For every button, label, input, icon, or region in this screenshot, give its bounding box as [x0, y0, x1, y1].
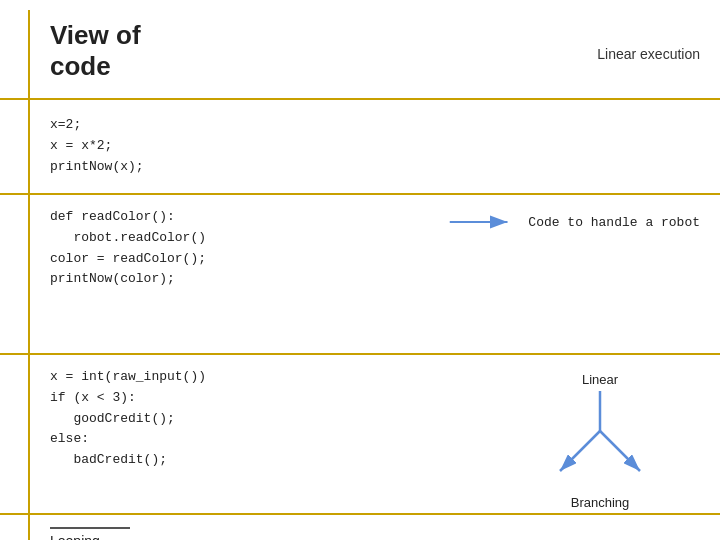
row3-code: x = int(raw_input()) if (x < 3): goodCre… — [50, 367, 206, 471]
row1-section: x=2; x = x*2; printNow(x); — [0, 100, 720, 195]
linear-diagram-label: Linear — [582, 372, 618, 387]
arrow-right-icon — [448, 207, 518, 237]
header-content: View of code Linear execution — [30, 10, 720, 98]
row2-arrow-label: Code to handle a robot — [528, 215, 700, 230]
row4-left-bar — [0, 515, 30, 540]
linear-execution-label: Linear execution — [597, 46, 700, 62]
header-section: View of code Linear execution — [0, 0, 720, 100]
row2-content: def readColor(): robot.readColor() color… — [30, 195, 720, 353]
title-block: View of code — [50, 20, 141, 82]
branching-svg — [540, 391, 660, 491]
row1-content: x=2; x = x*2; printNow(x); — [30, 100, 720, 193]
page-title: View of code — [50, 20, 141, 82]
looping-label: Looping — [50, 527, 130, 540]
branching-diagram-label: Branching — [571, 495, 630, 510]
row3-left-bar — [0, 355, 30, 513]
row1-code: x=2; x = x*2; printNow(x); — [50, 115, 144, 177]
arrow-label-container: Code to handle a robot — [448, 207, 700, 237]
svg-line-5 — [600, 431, 640, 471]
row4-content: Looping — [30, 515, 720, 540]
branching-diagram: Linear Branching — [500, 367, 700, 510]
row1-left-bar — [0, 100, 30, 193]
row2-left-bar — [0, 195, 30, 353]
svg-line-4 — [560, 431, 600, 471]
page-container: View of code Linear execution x=2; x = x… — [0, 0, 720, 540]
row2-section: def readColor(): robot.readColor() color… — [0, 195, 720, 355]
row4-section: Looping — [0, 515, 720, 540]
left-bar-header — [0, 10, 30, 98]
row3-section: x = int(raw_input()) if (x < 3): goodCre… — [0, 355, 720, 515]
row2-code: def readColor(): robot.readColor() color… — [50, 207, 206, 290]
